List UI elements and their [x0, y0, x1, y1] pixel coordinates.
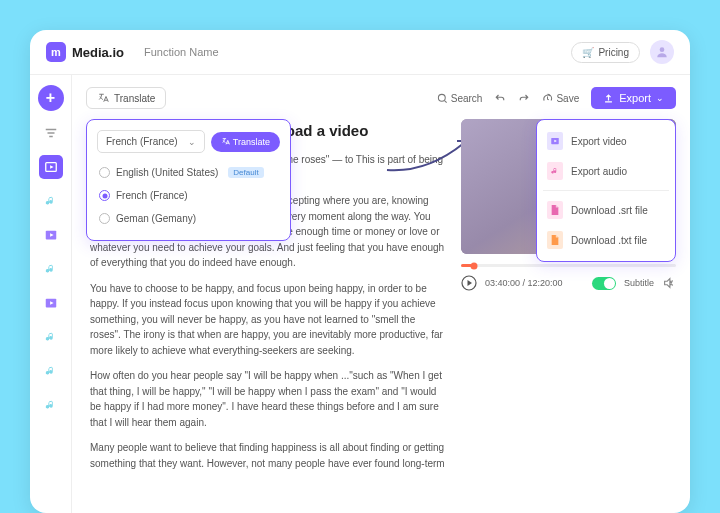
brand-logo[interactable]: m Media.io	[46, 42, 124, 62]
svg-point-0	[660, 47, 665, 52]
sidebar-item-4[interactable]	[39, 257, 63, 281]
video-file-icon	[44, 296, 58, 310]
svg-point-10	[438, 94, 445, 101]
translate-button[interactable]: Translate	[86, 87, 166, 109]
svg-marker-5	[50, 165, 54, 169]
chevron-down-icon: ⌄	[656, 93, 664, 103]
sidebar-item-3[interactable]	[39, 223, 63, 247]
sidebar-item-1[interactable]	[39, 121, 63, 145]
export-audio-item[interactable]: Export audio	[543, 156, 669, 186]
time-display: 03:40:00 / 12:20:00	[485, 278, 563, 288]
download-txt-item[interactable]: Download .txt file	[543, 225, 669, 255]
export-button[interactable]: Export ⌄	[591, 87, 676, 109]
topbar: m Media.io Function Name 🛒 Pricing	[30, 30, 690, 75]
undo-icon[interactable]	[494, 92, 506, 104]
sidebar-item-video[interactable]	[39, 155, 63, 179]
subtitle-toggle[interactable]	[592, 277, 616, 290]
main-area: Translate Search Save Export	[72, 75, 690, 513]
radio-icon	[99, 167, 110, 178]
search-icon	[437, 93, 448, 104]
sidebar-item-8[interactable]	[39, 393, 63, 417]
language-select[interactable]: French (France) ⌄	[97, 130, 205, 153]
music-note-icon	[44, 364, 58, 378]
music-note-icon	[44, 398, 58, 412]
brand-name: Media.io	[72, 45, 124, 60]
lang-option-french[interactable]: French (France)	[97, 184, 280, 207]
translate-label: Translate	[114, 93, 155, 104]
app-window: m Media.io Function Name 🛒 Pricing +	[30, 30, 690, 513]
export-video-item[interactable]: Export video	[543, 126, 669, 156]
logo-icon: m	[46, 42, 66, 62]
sidebar-item-7[interactable]	[39, 359, 63, 383]
subtitle-label: Subtitle	[624, 278, 654, 288]
sidebar-item-6[interactable]	[39, 325, 63, 349]
save-button[interactable]: Save	[542, 93, 579, 104]
cart-icon: 🛒	[582, 47, 594, 58]
avatar[interactable]	[650, 40, 674, 64]
translate-icon	[221, 137, 230, 146]
menu-icon	[44, 126, 58, 140]
sidebar-item-audio[interactable]	[39, 189, 63, 213]
add-button[interactable]: +	[38, 85, 64, 111]
toolbar: Translate Search Save Export	[86, 87, 676, 109]
paragraph: Many people want to believe that finding…	[90, 440, 447, 471]
svg-marker-17	[468, 280, 473, 286]
save-icon	[542, 93, 553, 104]
music-note-icon	[44, 194, 58, 208]
translate-go-button[interactable]: Translate	[211, 132, 280, 152]
export-menu: Export video Export audio Download .srt …	[536, 119, 676, 262]
arrow-annotation	[382, 135, 472, 175]
translate-icon	[97, 92, 109, 104]
volume-icon[interactable]	[662, 276, 676, 290]
radio-icon	[99, 190, 110, 201]
search-button[interactable]: Search	[437, 93, 483, 104]
upload-icon	[603, 93, 614, 104]
music-note-icon	[44, 330, 58, 344]
svg-line-11	[444, 100, 446, 102]
user-icon	[655, 45, 669, 59]
download-srt-item[interactable]: Download .srt file	[543, 195, 669, 225]
txt-file-icon	[547, 231, 563, 249]
lang-option-german[interactable]: Geman (Gemany)	[97, 207, 280, 230]
timeline-playhead[interactable]	[470, 262, 477, 269]
srt-file-icon	[547, 201, 563, 219]
video-file-icon	[547, 132, 563, 150]
video-file-icon	[44, 228, 58, 242]
video-icon	[44, 160, 58, 174]
sidebar-item-5[interactable]	[39, 291, 63, 315]
function-name: Function Name	[144, 46, 219, 58]
lang-option-english[interactable]: English (United States) Default	[97, 161, 280, 184]
app-body: +	[30, 75, 690, 513]
play-button[interactable]	[461, 275, 477, 291]
chevron-down-icon: ⌄	[188, 137, 196, 147]
pricing-button[interactable]: 🛒 Pricing	[571, 42, 640, 63]
radio-icon	[99, 213, 110, 224]
paragraph: You have to choose to be happy, and focu…	[90, 281, 447, 359]
pricing-label: Pricing	[598, 47, 629, 58]
default-badge: Default	[228, 167, 263, 178]
redo-icon[interactable]	[518, 92, 530, 104]
audio-file-icon	[547, 162, 563, 180]
translate-panel: French (France) ⌄ Translate English (Uni…	[86, 119, 291, 241]
video-timeline[interactable]	[461, 264, 676, 267]
sidebar-rail: +	[30, 75, 72, 513]
player-controls: 03:40:00 / 12:20:00 Subtitle	[461, 275, 676, 291]
music-note-icon	[44, 262, 58, 276]
paragraph: How often do you hear people say "I will…	[90, 368, 447, 430]
